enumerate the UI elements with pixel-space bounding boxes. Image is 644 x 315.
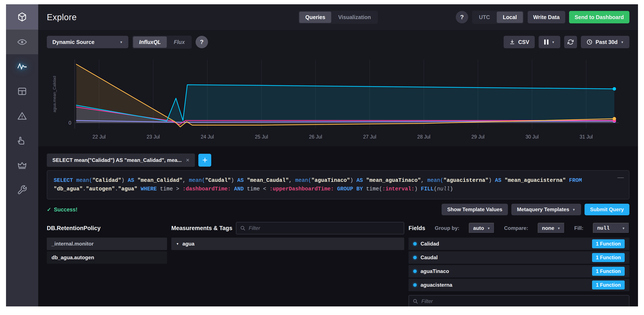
line-chart[interactable]: 22 Jul23 Jul24 Jul25 Jul26 Jul27 Jul28 J…: [47, 54, 630, 146]
field-item[interactable]: aguaTinaco1 Function: [408, 265, 630, 278]
measurements-filter-input[interactable]: [236, 222, 404, 234]
chevron-down-icon: ▼: [622, 227, 625, 230]
timezone-toggle: UTC Local: [472, 11, 524, 24]
alert-triangle-icon: [17, 111, 27, 121]
sidebar-item-logo[interactable]: [6, 4, 38, 29]
query-token: mean(: [428, 177, 444, 184]
query-editor-text[interactable]: SELECT mean("Calidad") AS "mean_Calidad"…: [54, 176, 614, 193]
field-function-button[interactable]: 1 Function: [592, 239, 625, 248]
field-function-button[interactable]: 1 Function: [592, 253, 625, 262]
tab-queries[interactable]: Queries: [299, 11, 331, 23]
explore-chart[interactable]: 22 Jul23 Jul24 Jul25 Jul26 Jul27 Jul28 J…: [38, 54, 638, 146]
measurement-item[interactable]: ▼agua: [171, 238, 404, 250]
language-help-button[interactable]: ?: [196, 36, 208, 48]
sidebar-item-data-explorer[interactable]: [6, 54, 38, 79]
svg-text:0: 0: [68, 120, 71, 126]
svg-text:31 Jul: 31 Jul: [580, 134, 593, 140]
close-icon[interactable]: ×: [186, 157, 189, 164]
query-token: [134, 177, 138, 184]
measurements-column-header: Measurements & Tags: [171, 222, 404, 235]
query-token: "db_agua": [54, 186, 83, 192]
field-item[interactable]: Calidad1 Function: [408, 238, 630, 250]
query-token: AS: [356, 177, 363, 184]
svg-text:28 Jul: 28 Jul: [417, 134, 430, 140]
search-icon: [412, 298, 418, 304]
pause-icon: [544, 39, 548, 45]
fill-dropdown[interactable]: null ▼: [593, 223, 630, 234]
svg-text:29 Jul: 29 Jul: [472, 134, 484, 140]
query-token: WHERE: [140, 186, 157, 192]
query-token: time <: [244, 186, 270, 192]
metaquery-templates-label: Metaquery Templates: [517, 207, 569, 213]
mode-toggle: Queries Visualization: [298, 11, 378, 24]
field-item[interactable]: aguacisterna1 Function: [408, 279, 630, 291]
send-to-dashboard-button[interactable]: Send to Dashboard: [569, 11, 630, 23]
db-list: _internal.monitordb_agua.autogen: [47, 238, 167, 265]
group-by-dropdown[interactable]: auto ▼: [469, 223, 494, 234]
query-token: ): [350, 177, 356, 184]
sidebar-item-influxdb-admin[interactable]: [6, 153, 38, 178]
query-token: ): [414, 186, 421, 192]
write-data-button[interactable]: Write Data: [528, 11, 565, 23]
query-token: "autogen": [86, 186, 115, 192]
pause-autorefresh-button[interactable]: ▼: [538, 36, 560, 48]
submit-query-button[interactable]: Submit Query: [584, 204, 630, 215]
query-token: .: [115, 186, 118, 192]
source-dropdown[interactable]: Dynamic Source ▼: [47, 36, 128, 48]
query-token: "mean_Caudal": [247, 177, 289, 184]
fields-header-title: Fields: [408, 225, 425, 232]
sidebar-item-host-list[interactable]: [6, 29, 38, 54]
db-header-title: DB.RetentionPolicy: [47, 225, 101, 232]
chronograf-logo-icon: [17, 12, 27, 22]
sidebar-item-alerting[interactable]: [6, 104, 38, 128]
download-icon: [509, 39, 515, 45]
download-csv-button[interactable]: CSV: [504, 36, 535, 48]
query-token: time(: [363, 186, 382, 192]
field-item-label: aguacisterna: [413, 282, 452, 288]
refresh-button[interactable]: [564, 36, 577, 48]
local-button[interactable]: Local: [497, 11, 523, 23]
query-token: mean(: [76, 177, 92, 184]
add-query-button[interactable]: +: [198, 154, 211, 167]
query-token: FILL: [421, 186, 434, 192]
language-toggle: InfluxQL Flux: [132, 35, 192, 49]
compare-dropdown[interactable]: none ▼: [538, 223, 565, 234]
show-template-values-button[interactable]: Show Template Values: [442, 204, 508, 215]
query-editor[interactable]: SELECT mean("Calidad") AS "mean_Calidad"…: [47, 170, 630, 199]
chevron-down-icon: ▼: [552, 40, 555, 44]
query-token: "aguaTinaco": [311, 177, 350, 184]
fields-filter-input[interactable]: [408, 295, 630, 307]
field-name: Calidad: [420, 241, 439, 247]
field-function-button[interactable]: 1 Function: [592, 267, 625, 276]
utc-button[interactable]: UTC: [473, 11, 496, 23]
fill-label: Fill:: [574, 225, 584, 231]
field-function-button[interactable]: 1 Function: [592, 281, 625, 290]
field-item[interactable]: Caudal1 Function: [408, 251, 630, 264]
sidebar-item-admin[interactable]: [6, 128, 38, 153]
query-token: [73, 177, 76, 184]
field-item-label: Calidad: [413, 241, 439, 247]
tab-visualization[interactable]: Visualization: [332, 11, 377, 23]
db-retention-item[interactable]: db_agua.autogen: [47, 251, 167, 264]
query-tab-bar: SELECT mean("Calidad") AS "mean_Calidad"…: [38, 154, 638, 167]
group-by-value: auto: [473, 225, 484, 231]
query-tab[interactable]: SELECT mean("Calidad") AS "mean_Calidad"…: [47, 154, 195, 167]
field-item-label: Caudal: [413, 255, 438, 261]
dashboard-grid-icon: [17, 86, 27, 96]
metaquery-templates-dropdown[interactable]: Metaquery Templates ▼: [511, 204, 581, 215]
flux-tab[interactable]: Flux: [168, 36, 190, 48]
query-token: [582, 177, 585, 184]
query-token: ,: [289, 177, 295, 184]
measurements-column: Measurements & Tags ▼agua: [171, 222, 404, 307]
hand-icon: [17, 136, 27, 146]
sidebar-item-configuration[interactable]: [6, 178, 38, 202]
help-button[interactable]: ?: [456, 11, 468, 23]
time-range-dropdown[interactable]: Past 30d ▼: [581, 36, 630, 48]
db-retention-item[interactable]: _internal.monitor: [47, 238, 167, 250]
svg-text:24 Jul: 24 Jul: [201, 134, 214, 140]
chevron-down-icon: ▼: [120, 40, 123, 44]
field-name: Caudal: [420, 255, 438, 261]
influxql-tab[interactable]: InfluxQL: [133, 36, 167, 48]
sidebar-item-dashboards[interactable]: [6, 79, 38, 104]
minus-icon[interactable]: —: [618, 174, 624, 181]
